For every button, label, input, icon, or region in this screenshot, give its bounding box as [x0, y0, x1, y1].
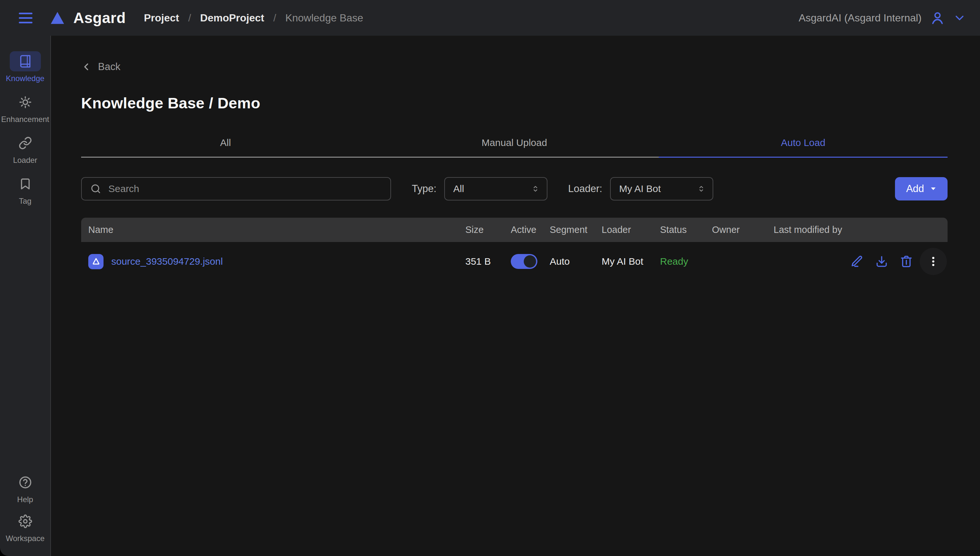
- active-toggle[interactable]: [511, 254, 537, 269]
- tab-manual-upload[interactable]: Manual Upload: [370, 137, 659, 158]
- breadcrumb-project[interactable]: Project: [144, 12, 179, 24]
- sidebar: Knowledge Enhancement Loader Tag: [0, 36, 51, 556]
- edit-icon[interactable]: [850, 255, 864, 268]
- loader-label: Loader:: [568, 183, 602, 195]
- brand-name: Asgard: [73, 9, 126, 27]
- status-badge: Ready: [655, 256, 707, 267]
- chevron-left-icon: [81, 61, 92, 72]
- link-icon: [10, 133, 41, 153]
- book-icon: [10, 51, 41, 71]
- help-circle-icon: [10, 472, 41, 493]
- sidebar-item-tag[interactable]: Tag: [0, 174, 50, 206]
- brand-triangle-icon: [50, 11, 65, 25]
- size-cell: 351 B: [461, 256, 506, 267]
- gear-icon: [10, 511, 41, 531]
- caret-down-icon: [930, 186, 936, 192]
- type-select[interactable]: All: [444, 177, 547, 200]
- column-header-status: Status: [655, 225, 707, 235]
- back-button[interactable]: Back: [81, 61, 120, 73]
- search-icon: [90, 183, 101, 194]
- filter-row: Type: All Loader: My AI Bot Add: [81, 177, 948, 200]
- app-header: Asgard Project / DemoProject / Knowledge…: [0, 0, 980, 36]
- breadcrumb-separator: /: [273, 12, 276, 24]
- add-button[interactable]: Add: [895, 177, 948, 200]
- back-label: Back: [98, 61, 120, 73]
- select-caret-icon: [530, 184, 540, 194]
- type-label: Type:: [412, 183, 437, 195]
- account-name: AsgardAI (Asgard Internal): [799, 12, 922, 24]
- sidebar-item-label: Knowledge: [6, 74, 44, 83]
- sidebar-item-help[interactable]: Help: [0, 472, 50, 504]
- breadcrumb-knowledge-base: Knowledge Base: [285, 12, 363, 24]
- sidebar-item-label: Tag: [19, 197, 31, 206]
- select-caret-icon: [696, 184, 706, 194]
- brand: Asgard: [50, 9, 126, 27]
- documents-table: Name Size Active Segment Loader Status O…: [81, 218, 948, 281]
- segment-cell: Auto: [545, 256, 597, 267]
- active-cell: [506, 254, 545, 269]
- column-header-segment: Segment: [545, 225, 597, 235]
- file-type-icon: [88, 254, 103, 269]
- app-root: Asgard Project / DemoProject / Knowledge…: [0, 0, 980, 556]
- sun-icon: [10, 92, 41, 112]
- loader-filter-group: Loader: My AI Bot: [568, 177, 713, 200]
- loader-select[interactable]: My AI Bot: [610, 177, 713, 200]
- file-name-link[interactable]: source_3935094729.jsonl: [111, 256, 223, 267]
- trash-icon[interactable]: [899, 255, 913, 268]
- loader-cell: My AI Bot: [597, 256, 655, 267]
- page-title: Knowledge Base / Demo: [81, 94, 948, 112]
- breadcrumb-demoproject[interactable]: DemoProject: [200, 12, 264, 24]
- sidebar-item-enhancement[interactable]: Enhancement: [0, 92, 50, 124]
- table-row: source_3935094729.jsonl 351 B Auto My AI…: [81, 242, 948, 281]
- column-header-last-modified-by: Last modified by: [769, 225, 850, 235]
- sidebar-footer: Help Workspace: [0, 472, 50, 543]
- type-select-value: All: [453, 183, 464, 194]
- type-filter-group: Type: All: [412, 177, 547, 200]
- sidebar-item-loader[interactable]: Loader: [0, 133, 50, 165]
- tab-bar: All Manual Upload Auto Load: [81, 137, 948, 158]
- bookmark-icon: [10, 174, 41, 194]
- add-button-label: Add: [906, 183, 924, 195]
- kebab-menu-icon[interactable]: [920, 248, 947, 275]
- menu-icon[interactable]: [19, 13, 32, 23]
- sidebar-item-label: Workspace: [6, 534, 45, 543]
- sidebar-item-label: Help: [17, 495, 33, 504]
- breadcrumb: Project / DemoProject / Knowledge Base: [144, 12, 363, 24]
- user-icon[interactable]: [930, 10, 945, 25]
- column-header-size: Size: [461, 225, 506, 235]
- sidebar-item-label: Enhancement: [1, 115, 49, 124]
- tab-all[interactable]: All: [81, 137, 370, 158]
- column-header-owner: Owner: [707, 225, 769, 235]
- tab-auto-load[interactable]: Auto Load: [659, 137, 948, 158]
- column-header-loader: Loader: [597, 225, 655, 235]
- loader-select-value: My AI Bot: [619, 183, 661, 194]
- search-input[interactable]: [108, 183, 382, 195]
- sidebar-item-workspace[interactable]: Workspace: [0, 511, 50, 543]
- header-account[interactable]: AsgardAI (Asgard Internal): [799, 10, 966, 25]
- table-header-row: Name Size Active Segment Loader Status O…: [81, 218, 948, 242]
- download-icon[interactable]: [875, 255, 888, 268]
- column-header-name: Name: [81, 225, 461, 235]
- chevron-down-icon[interactable]: [953, 12, 966, 24]
- column-header-active: Active: [506, 225, 545, 235]
- toggle-knob: [524, 255, 536, 268]
- sidebar-item-label: Loader: [13, 156, 37, 165]
- row-actions: [850, 248, 957, 275]
- name-cell: source_3935094729.jsonl: [81, 254, 461, 269]
- sidebar-item-knowledge[interactable]: Knowledge: [0, 51, 50, 83]
- main-content: Back Knowledge Base / Demo All Manual Up…: [51, 36, 980, 556]
- search-box[interactable]: [81, 177, 391, 200]
- breadcrumb-separator: /: [188, 12, 191, 24]
